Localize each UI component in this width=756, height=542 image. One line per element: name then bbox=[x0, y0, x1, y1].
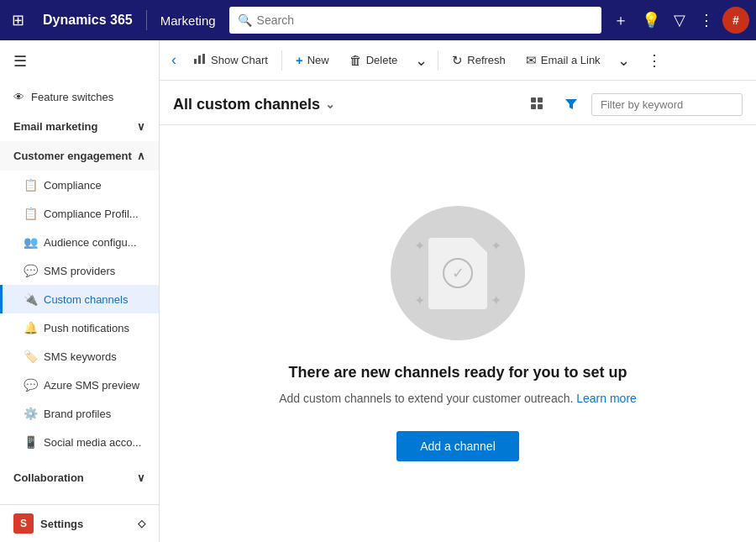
svg-rect-1 bbox=[198, 55, 201, 64]
empty-state-desc-text: Add custom channels to extend your custo… bbox=[279, 392, 573, 405]
new-button[interactable]: + New bbox=[287, 48, 338, 72]
search-icon: 🔍 bbox=[238, 13, 252, 27]
custom-channels-label: Custom channels bbox=[44, 293, 128, 306]
email-link-button[interactable]: ✉ Email a Link bbox=[517, 48, 609, 73]
add-icon[interactable]: ＋ bbox=[608, 5, 633, 35]
add-channel-button[interactable]: Add a channel bbox=[396, 431, 519, 461]
search-bar[interactable]: 🔍 bbox=[229, 7, 601, 34]
page-title-text: All custom channels bbox=[173, 96, 320, 113]
compliance-label: Compliance bbox=[44, 179, 102, 192]
refresh-icon: ↻ bbox=[452, 53, 463, 68]
chart-icon bbox=[193, 52, 207, 68]
feature-switches-icon: 👁 bbox=[13, 91, 24, 103]
sidebar-item-sms-providers[interactable]: 💬 SMS providers bbox=[0, 256, 159, 285]
compliance-profiles-label: Compliance Profil... bbox=[44, 208, 139, 220]
feature-switches-label: Feature switches bbox=[31, 91, 113, 103]
sms-keywords-label: SMS keywords bbox=[44, 350, 117, 363]
sidebar-item-push-notifications[interactable]: 🔔 Push notifications bbox=[0, 313, 159, 342]
app-name: Marketing bbox=[154, 13, 223, 28]
topnav-divider bbox=[146, 10, 147, 30]
settings-avatar: S bbox=[13, 513, 34, 534]
checkmark-icon: ✓ bbox=[443, 258, 473, 288]
page-title-chevron-icon[interactable]: ⌄ bbox=[325, 97, 335, 111]
page-title: All custom channels ⌄ bbox=[173, 96, 335, 113]
settings-chevron: ◇ bbox=[138, 518, 145, 529]
social-media-label: Social media acco... bbox=[44, 436, 141, 449]
show-chart-button[interactable]: Show Chart bbox=[185, 47, 276, 73]
lightbulb-icon[interactable]: 💡 bbox=[637, 6, 665, 34]
topnav: ⊞ Dynamics 365 Marketing 🔍 ＋ 💡 ▽ ⋮ # bbox=[0, 0, 756, 40]
sidebar-item-social-media[interactable]: 📱 Social media acco... bbox=[0, 428, 159, 456]
audience-config-label: Audience configu... bbox=[44, 236, 137, 249]
app-title: Dynamics 365 bbox=[36, 13, 139, 28]
sidebar-item-compliance[interactable]: 📋 Compliance bbox=[0, 171, 159, 199]
email-icon: ✉ bbox=[526, 53, 537, 68]
search-input[interactable] bbox=[257, 13, 593, 27]
svg-rect-0 bbox=[194, 59, 197, 64]
compliance-profiles-icon: 📋 bbox=[24, 207, 37, 220]
back-button[interactable]: ‹ bbox=[166, 46, 181, 74]
empty-state: ✓ ✦ ✦ ✦ ✦ There are new channels ready f… bbox=[279, 206, 637, 461]
empty-state-description: Add custom channels to extend your custo… bbox=[279, 390, 637, 408]
brand-profiles-icon: ⚙️ bbox=[24, 407, 37, 420]
email-link-label: Email a Link bbox=[541, 54, 601, 66]
delete-label: Delete bbox=[366, 54, 398, 66]
chevron-down-icon-collab: ∨ bbox=[137, 471, 145, 484]
sidebar-settings[interactable]: S Settings ◇ bbox=[0, 505, 159, 542]
cmd-divider-1 bbox=[281, 50, 282, 71]
more-icon[interactable]: ⋮ bbox=[694, 6, 719, 34]
filter-icon[interactable]: ▽ bbox=[669, 6, 690, 34]
svg-rect-4 bbox=[538, 97, 543, 103]
email-more-button[interactable]: ⌄ bbox=[612, 49, 636, 72]
command-bar: ‹ Show Chart + New 🗑 Delete bbox=[160, 40, 756, 81]
push-notifications-label: Push notifications bbox=[44, 322, 129, 334]
cmd-divider-2 bbox=[438, 50, 438, 71]
email-marketing-header[interactable]: Email marketing ∨ bbox=[0, 112, 159, 141]
sparkle-bottom-left-icon: ✦ bbox=[414, 292, 425, 308]
svg-rect-2 bbox=[202, 54, 205, 64]
chevron-up-icon: ∧ bbox=[137, 150, 145, 162]
sparkle-top-left-icon: ✦ bbox=[414, 238, 425, 254]
filter-button[interactable] bbox=[558, 91, 585, 118]
topnav-actions: ＋ 💡 ▽ ⋮ # bbox=[608, 5, 749, 35]
document-icon: ✓ bbox=[428, 238, 487, 309]
empty-illustration: ✓ ✦ ✦ ✦ ✦ bbox=[391, 206, 525, 340]
sidebar-item-compliance-profiles[interactable]: 📋 Compliance Profil... bbox=[0, 199, 159, 228]
hamburger-icon[interactable]: ☰ bbox=[0, 40, 159, 82]
sidebar-item-custom-channels[interactable]: 🔌 Custom channels bbox=[0, 285, 159, 313]
delete-more-button[interactable]: ⌄ bbox=[409, 49, 433, 72]
learn-more-link[interactable]: Learn more bbox=[576, 392, 637, 405]
refresh-button[interactable]: ↻ Refresh bbox=[444, 48, 514, 73]
sparkle-top-right-icon: ✦ bbox=[491, 238, 501, 254]
settings-label: Settings bbox=[40, 518, 83, 530]
main-content: ‹ Show Chart + New 🗑 Delete bbox=[160, 40, 756, 542]
collaboration-header[interactable]: Collaboration ∨ bbox=[0, 463, 159, 492]
delete-icon: 🗑 bbox=[349, 53, 362, 67]
push-notifications-icon: 🔔 bbox=[24, 321, 37, 334]
empty-state-title: There are new channels ready for you to … bbox=[288, 364, 627, 382]
view-toggle-button[interactable] bbox=[524, 91, 551, 118]
sidebar-item-brand-profiles[interactable]: ⚙️ Brand profiles bbox=[0, 399, 159, 428]
custom-channels-icon: 🔌 bbox=[24, 292, 37, 306]
show-chart-label: Show Chart bbox=[211, 54, 268, 66]
svg-marker-7 bbox=[565, 99, 577, 109]
sidebar-item-audience-config[interactable]: 👥 Audience configu... bbox=[0, 228, 159, 256]
filter-input[interactable] bbox=[591, 93, 743, 116]
chevron-down-icon: ∨ bbox=[137, 120, 145, 133]
sidebar-item-sms-keywords[interactable]: 🏷️ SMS keywords bbox=[0, 342, 159, 371]
more-options-button[interactable]: ⋮ bbox=[643, 49, 666, 72]
sidebar-item-azure-sms[interactable]: 💬 Azure SMS preview bbox=[0, 371, 159, 399]
content-area: ✓ ✦ ✦ ✦ ✦ There are new channels ready f… bbox=[160, 125, 756, 542]
sidebar-item-feature-switches[interactable]: 👁 Feature switches bbox=[0, 82, 159, 112]
compliance-icon: 📋 bbox=[24, 178, 37, 192]
azure-sms-icon: 💬 bbox=[24, 378, 37, 392]
new-label: New bbox=[307, 54, 329, 66]
customer-engagement-header[interactable]: Customer engagement ∧ bbox=[0, 141, 159, 171]
body-wrapper: ☰ 👁 Feature switches Email marketing ∨ C… bbox=[0, 40, 756, 542]
grid-icon[interactable]: ⊞ bbox=[7, 6, 29, 34]
delete-button[interactable]: 🗑 Delete bbox=[341, 48, 407, 72]
sparkle-bottom-right-icon: ✦ bbox=[491, 292, 501, 308]
page-header-actions bbox=[524, 91, 743, 118]
user-avatar[interactable]: # bbox=[722, 7, 749, 34]
plus-icon: + bbox=[296, 53, 303, 67]
